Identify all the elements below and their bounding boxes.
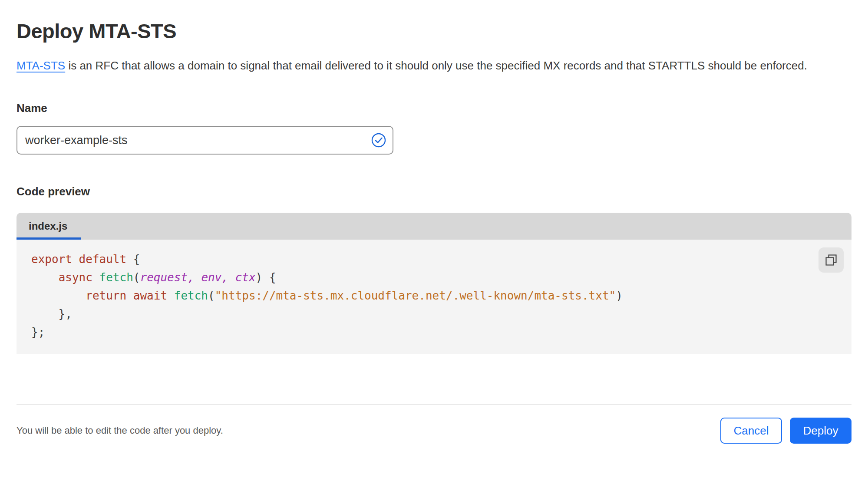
code-token: request, env, ctx xyxy=(140,271,256,284)
name-input-wrap xyxy=(17,126,393,155)
description-text: MTA-STS is an RFC that allows a domain t… xyxy=(17,56,842,76)
deploy-button[interactable]: Deploy xyxy=(790,418,851,444)
code-token: export default xyxy=(31,253,126,266)
code-token xyxy=(167,289,174,302)
code-token: "https://mta-sts.mx.cloudflare.net/.well… xyxy=(215,289,616,302)
code-token: { xyxy=(126,253,140,266)
copy-code-button[interactable] xyxy=(818,247,844,273)
page-title: Deploy MTA-STS xyxy=(17,19,851,43)
code-token: fetch xyxy=(99,271,133,284)
deploy-mta-sts-page: Deploy MTA-STS MTA-STS is an RFC that al… xyxy=(0,19,868,444)
tab-index-js[interactable]: index.js xyxy=(17,213,81,240)
code-token xyxy=(31,289,86,302)
code-token: async xyxy=(59,271,92,284)
mta-sts-link[interactable]: MTA-STS xyxy=(17,59,65,72)
code-token: ) { xyxy=(256,271,276,284)
code-line: }, xyxy=(31,305,812,323)
code-line: export default { xyxy=(31,250,812,268)
code-token: fetch xyxy=(174,289,208,302)
copy-icon xyxy=(825,254,838,267)
footer-note: You will be able to edit the code after … xyxy=(17,425,223,436)
code-preview-label: Code preview xyxy=(17,185,851,198)
code-line: }; xyxy=(31,323,812,341)
code-token: ( xyxy=(133,271,140,284)
code-token: }, xyxy=(31,307,72,320)
footer-bar: You will be able to edit the code after … xyxy=(17,405,851,444)
cancel-button[interactable]: Cancel xyxy=(720,418,782,444)
code-token: }; xyxy=(31,326,45,339)
description-rest: is an RFC that allows a domain to signal… xyxy=(65,59,807,72)
footer-actions: Cancel Deploy xyxy=(720,418,851,444)
code-token: ( xyxy=(208,289,215,302)
code-token xyxy=(92,271,99,284)
name-input[interactable] xyxy=(17,126,393,155)
code-token xyxy=(31,271,59,284)
tab-label: index.js xyxy=(29,220,67,232)
code-tabbar: index.js xyxy=(17,213,851,240)
code-token: ) xyxy=(616,289,623,302)
code-token: return await xyxy=(86,289,167,302)
code-preview-panel: index.js export default { async fetch(re… xyxy=(17,213,851,354)
code-line: return await fetch("https://mta-sts.mx.c… xyxy=(31,287,812,305)
code-line: async fetch(request, env, ctx) { xyxy=(31,268,812,287)
code-editor-area: export default { async fetch(request, en… xyxy=(17,240,851,354)
name-field-label: Name xyxy=(17,102,851,115)
